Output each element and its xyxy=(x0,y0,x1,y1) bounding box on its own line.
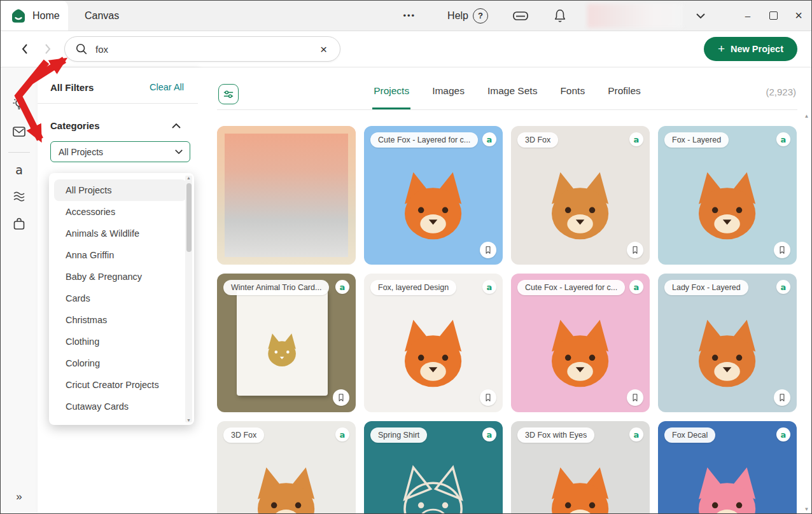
ellipsis-icon: ••• xyxy=(403,11,416,20)
bookmark-button[interactable] xyxy=(627,389,643,406)
project-card[interactable]: Fox, layered Design a xyxy=(364,274,503,412)
notifications-button[interactable] xyxy=(549,8,571,24)
inspiration-nav-button[interactable] xyxy=(10,95,28,113)
project-card[interactable]: 3D Fox with Eyes a xyxy=(511,421,650,514)
tab-image-sets[interactable]: Image Sets xyxy=(486,85,538,109)
cricut-access-badge: a xyxy=(482,427,496,441)
search-input[interactable] xyxy=(94,43,316,55)
bookmark-button[interactable] xyxy=(627,242,643,258)
close-icon: × xyxy=(795,8,802,23)
category-option[interactable]: Animals & Wildlife xyxy=(54,223,186,244)
maximize-button[interactable] xyxy=(760,1,786,31)
fox-graphic xyxy=(537,461,623,514)
shop-nav-button[interactable] xyxy=(10,215,28,233)
category-option[interactable]: Cutaway Cards xyxy=(54,396,186,417)
category-option[interactable]: Clothing xyxy=(54,331,186,352)
tab-images[interactable]: Images xyxy=(431,85,466,109)
close-button[interactable]: × xyxy=(786,1,811,31)
result-tabs: Projects Images Image Sets Fonts Profile… xyxy=(217,85,797,109)
cricut-access-badge: a xyxy=(482,132,496,146)
scrollbar-thumb[interactable] xyxy=(186,183,192,252)
help-button[interactable]: Help ? xyxy=(444,8,492,24)
expand-rail-button[interactable]: » xyxy=(15,489,23,504)
project-card[interactable]: Winter Animal Trio Card... a xyxy=(217,274,356,412)
scroll-up-icon[interactable]: ▲ xyxy=(802,113,811,119)
category-option[interactable]: Coloring xyxy=(54,352,186,374)
project-card[interactable]: Fox Decal a xyxy=(658,421,797,514)
back-button[interactable] xyxy=(20,43,31,55)
scroll-up-icon[interactable]: ▲ xyxy=(185,176,192,180)
category-select[interactable]: All Projects xyxy=(50,141,190,162)
project-title-badge: Fox Decal xyxy=(664,427,715,443)
cricut-access-badge: a xyxy=(629,280,643,294)
tab-projects[interactable]: Projects xyxy=(372,85,410,109)
collapse-categories-button[interactable] xyxy=(167,122,185,130)
category-option[interactable]: Accessories xyxy=(54,201,186,223)
account-name-blurred[interactable] xyxy=(587,4,683,28)
inbox-nav-button[interactable] xyxy=(10,123,28,140)
cricut-access-badge: a xyxy=(482,280,496,294)
fox-graphic xyxy=(537,313,623,392)
tab-fonts[interactable]: Fonts xyxy=(559,85,586,109)
scroll-down-icon[interactable]: ▼ xyxy=(185,418,192,422)
tab-home[interactable]: Home xyxy=(1,1,68,31)
tab-canvas[interactable]: Canvas xyxy=(85,10,119,22)
category-option[interactable]: All Projects xyxy=(54,179,186,201)
new-project-button[interactable]: + New Project xyxy=(704,37,797,61)
clear-search-button[interactable]: × xyxy=(316,43,331,56)
category-dropdown: All Projects Accessories Animals & Wildl… xyxy=(49,173,194,425)
project-card[interactable]: Lady Fox - Layered a xyxy=(658,274,797,412)
cricut-access-badge: a xyxy=(776,280,790,294)
cricut-access-badge: a xyxy=(629,132,643,146)
category-option[interactable]: Cards xyxy=(54,288,186,309)
help-label: Help xyxy=(447,10,468,22)
search-field[interactable]: × xyxy=(64,36,340,62)
category-option[interactable]: Christmas xyxy=(54,309,186,331)
clear-icon: × xyxy=(320,43,327,56)
clear-all-filters-button[interactable]: Clear All xyxy=(146,81,188,93)
project-card[interactable]: Cute Fox - Layered for c... a xyxy=(364,126,503,265)
dropdown-scrollbar[interactable]: ▲ ▼ xyxy=(185,176,192,422)
project-card[interactable]: Fox - Layered a xyxy=(658,126,797,265)
search-toolbar: × + New Project xyxy=(1,31,811,67)
chevron-up-icon xyxy=(171,123,181,129)
account-menu-button[interactable] xyxy=(692,12,710,20)
minimize-button[interactable]: – xyxy=(735,1,760,31)
project-title-badge: Fox - Layered xyxy=(664,132,729,148)
scroll-down-icon[interactable]: ▼ xyxy=(802,506,811,512)
plus-icon: + xyxy=(718,42,725,56)
forward-button[interactable] xyxy=(41,43,53,55)
bookmark-button[interactable] xyxy=(480,389,496,406)
project-card[interactable]: Cute Fox - Layered for c... a xyxy=(511,274,650,412)
category-option-list: All Projects Accessories Animals & Wildl… xyxy=(49,179,194,417)
bookmark-button[interactable] xyxy=(333,389,349,406)
tab-profiles[interactable]: Profiles xyxy=(606,85,642,109)
project-title-badge: Cute Fox - Layered for c... xyxy=(517,280,625,295)
chevron-down-icon xyxy=(696,13,706,19)
bookmark-button[interactable] xyxy=(774,242,790,258)
bookmark-icon xyxy=(631,244,640,256)
expand-icon: » xyxy=(16,490,22,503)
category-option[interactable]: Baby & Pregnancy xyxy=(54,266,186,288)
forward-arrow-icon xyxy=(41,43,53,55)
project-card[interactable]: 3D Fox a xyxy=(217,421,356,514)
project-card[interactable]: Spring Shirt a xyxy=(364,421,503,514)
materials-nav-button[interactable] xyxy=(10,188,28,205)
machine-button[interactable] xyxy=(508,8,533,24)
tab-home-label: Home xyxy=(32,10,60,22)
more-menu-button[interactable]: ••• xyxy=(399,10,419,21)
filters-title: All Filters xyxy=(50,82,94,93)
bookmark-button[interactable] xyxy=(480,242,496,258)
category-option[interactable]: Cricut Creator Projects xyxy=(54,374,186,396)
bookmark-button[interactable] xyxy=(774,389,790,406)
fox-graphic xyxy=(390,461,476,514)
results-scrollbar[interactable]: ▲ ▼ xyxy=(802,113,811,512)
cricut-access-nav-button[interactable]: a xyxy=(14,162,24,178)
question-mark-icon: ? xyxy=(473,8,488,24)
category-option[interactable]: Anna Griffin xyxy=(54,244,186,266)
project-card[interactable]: 3D Fox a xyxy=(511,126,650,265)
project-title-badge: Cute Fox - Layered for c... xyxy=(370,132,478,148)
maximize-icon xyxy=(769,11,778,20)
project-card[interactable] xyxy=(217,126,356,265)
fox-graphic xyxy=(684,313,770,392)
